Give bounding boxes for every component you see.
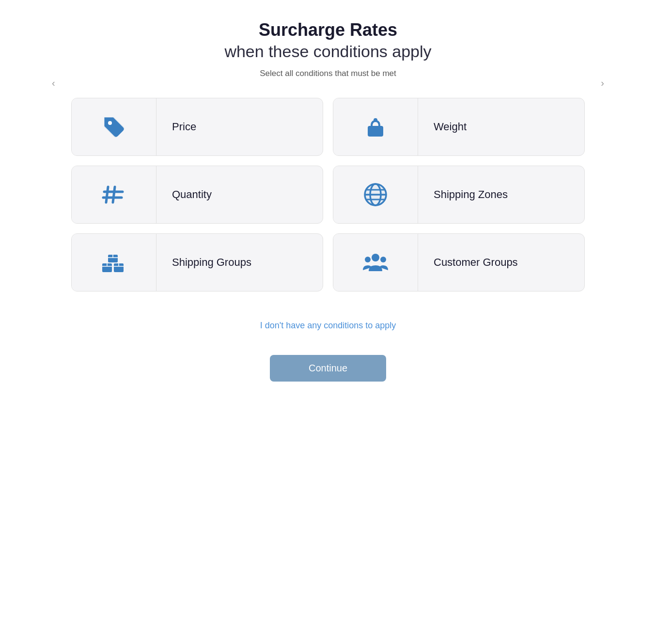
weight-label: Weight: [418, 121, 584, 133]
svg-point-0: [108, 121, 112, 125]
svg-line-3: [106, 187, 108, 202]
page-description: Select all conditions that must be met: [224, 69, 431, 78]
price-label: Price: [156, 121, 323, 133]
shipping-zones-label: Shipping Zones: [418, 188, 584, 201]
annotation-arrow: [565, 166, 585, 183]
svg-point-24: [372, 254, 379, 261]
weight-card[interactable]: Weight: [333, 98, 585, 156]
people-icon: [361, 248, 390, 277]
continue-button[interactable]: Continue: [270, 355, 386, 382]
conditions-grid: Price Weight Qu: [71, 98, 585, 291]
svg-rect-1: [368, 126, 383, 137]
svg-point-2: [374, 118, 377, 122]
customer-groups-card[interactable]: Customer Groups: [333, 233, 585, 291]
boxes-icon: [99, 248, 128, 277]
svg-point-12: [365, 184, 386, 205]
no-conditions-link[interactable]: I don't have any conditions to apply: [260, 321, 396, 331]
hashtag-icon: [99, 180, 128, 209]
price-icon-area: [72, 98, 156, 155]
quantity-label: Quantity: [156, 188, 323, 201]
nav-right-arrow[interactable]: ›: [601, 77, 604, 89]
bottom-section: I don't have any conditions to apply Con…: [260, 321, 396, 382]
shipping-zones-icon-area: [333, 166, 418, 223]
customer-groups-label: Customer Groups: [418, 256, 584, 269]
shipping-groups-label: Shipping Groups: [156, 256, 323, 269]
page-title: Surcharge Rates: [224, 19, 431, 40]
shipping-zones-card[interactable]: Shipping Zones: [333, 166, 585, 224]
weight-icon-area: [333, 98, 418, 155]
price-card[interactable]: Price: [71, 98, 323, 156]
page-container: ‹ › Surcharge Rates when these condition…: [62, 19, 594, 382]
globe-icon: [361, 180, 390, 209]
weight-icon: [361, 112, 390, 141]
svg-point-25: [365, 257, 371, 262]
svg-line-14: [570, 166, 585, 174]
quantity-icon-area: [72, 166, 156, 223]
page-header: Surcharge Rates when these conditions ap…: [224, 19, 431, 78]
nav-left-arrow[interactable]: ‹: [52, 77, 55, 89]
page-subtitle: when these conditions apply: [224, 42, 431, 61]
shipping-groups-card[interactable]: Shipping Groups: [71, 233, 323, 291]
customer-groups-icon-area: [333, 234, 418, 291]
svg-point-26: [380, 257, 386, 262]
svg-line-4: [113, 187, 115, 202]
shipping-groups-icon-area: [72, 234, 156, 291]
price-tag-icon: [99, 112, 128, 141]
quantity-card[interactable]: Quantity: [71, 166, 323, 224]
